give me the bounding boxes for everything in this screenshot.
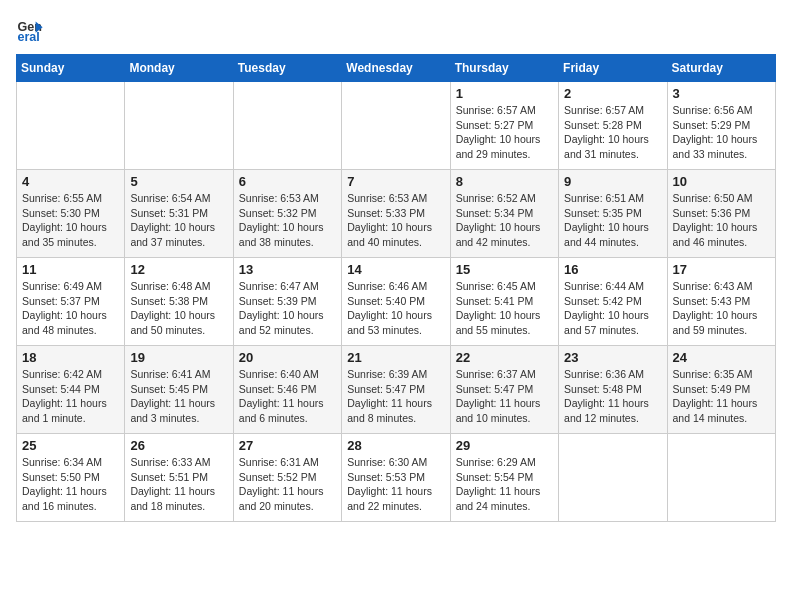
day-info: Sunrise: 6:40 AM Sunset: 5:46 PM Dayligh… bbox=[239, 367, 336, 426]
day-number: 28 bbox=[347, 438, 444, 453]
day-number: 7 bbox=[347, 174, 444, 189]
day-number: 8 bbox=[456, 174, 553, 189]
calendar-cell: 2Sunrise: 6:57 AM Sunset: 5:28 PM Daylig… bbox=[559, 82, 667, 170]
calendar-cell: 11Sunrise: 6:49 AM Sunset: 5:37 PM Dayli… bbox=[17, 258, 125, 346]
calendar-cell: 21Sunrise: 6:39 AM Sunset: 5:47 PM Dayli… bbox=[342, 346, 450, 434]
day-header-sunday: Sunday bbox=[17, 55, 125, 82]
calendar-cell: 16Sunrise: 6:44 AM Sunset: 5:42 PM Dayli… bbox=[559, 258, 667, 346]
day-number: 23 bbox=[564, 350, 661, 365]
day-header-wednesday: Wednesday bbox=[342, 55, 450, 82]
day-header-saturday: Saturday bbox=[667, 55, 775, 82]
calendar-cell: 5Sunrise: 6:54 AM Sunset: 5:31 PM Daylig… bbox=[125, 170, 233, 258]
calendar-cell: 26Sunrise: 6:33 AM Sunset: 5:51 PM Dayli… bbox=[125, 434, 233, 522]
day-info: Sunrise: 6:36 AM Sunset: 5:48 PM Dayligh… bbox=[564, 367, 661, 426]
calendar-cell: 9Sunrise: 6:51 AM Sunset: 5:35 PM Daylig… bbox=[559, 170, 667, 258]
calendar-cell bbox=[17, 82, 125, 170]
day-info: Sunrise: 6:51 AM Sunset: 5:35 PM Dayligh… bbox=[564, 191, 661, 250]
calendar-cell bbox=[667, 434, 775, 522]
day-info: Sunrise: 6:44 AM Sunset: 5:42 PM Dayligh… bbox=[564, 279, 661, 338]
day-number: 11 bbox=[22, 262, 119, 277]
day-info: Sunrise: 6:30 AM Sunset: 5:53 PM Dayligh… bbox=[347, 455, 444, 514]
day-number: 5 bbox=[130, 174, 227, 189]
day-number: 9 bbox=[564, 174, 661, 189]
day-header-tuesday: Tuesday bbox=[233, 55, 341, 82]
day-number: 13 bbox=[239, 262, 336, 277]
day-info: Sunrise: 6:49 AM Sunset: 5:37 PM Dayligh… bbox=[22, 279, 119, 338]
calendar-week-3: 11Sunrise: 6:49 AM Sunset: 5:37 PM Dayli… bbox=[17, 258, 776, 346]
day-info: Sunrise: 6:41 AM Sunset: 5:45 PM Dayligh… bbox=[130, 367, 227, 426]
day-info: Sunrise: 6:47 AM Sunset: 5:39 PM Dayligh… bbox=[239, 279, 336, 338]
day-number: 4 bbox=[22, 174, 119, 189]
day-number: 14 bbox=[347, 262, 444, 277]
day-number: 6 bbox=[239, 174, 336, 189]
day-number: 16 bbox=[564, 262, 661, 277]
day-number: 25 bbox=[22, 438, 119, 453]
logo: Gen eral bbox=[16, 16, 48, 44]
day-header-friday: Friday bbox=[559, 55, 667, 82]
calendar-cell: 22Sunrise: 6:37 AM Sunset: 5:47 PM Dayli… bbox=[450, 346, 558, 434]
calendar-cell: 28Sunrise: 6:30 AM Sunset: 5:53 PM Dayli… bbox=[342, 434, 450, 522]
header: Gen eral bbox=[16, 16, 776, 44]
calendar-cell: 8Sunrise: 6:52 AM Sunset: 5:34 PM Daylig… bbox=[450, 170, 558, 258]
day-number: 12 bbox=[130, 262, 227, 277]
logo-icon: Gen eral bbox=[16, 16, 44, 44]
calendar-cell: 13Sunrise: 6:47 AM Sunset: 5:39 PM Dayli… bbox=[233, 258, 341, 346]
day-info: Sunrise: 6:35 AM Sunset: 5:49 PM Dayligh… bbox=[673, 367, 770, 426]
day-info: Sunrise: 6:31 AM Sunset: 5:52 PM Dayligh… bbox=[239, 455, 336, 514]
day-info: Sunrise: 6:50 AM Sunset: 5:36 PM Dayligh… bbox=[673, 191, 770, 250]
day-number: 18 bbox=[22, 350, 119, 365]
calendar-week-5: 25Sunrise: 6:34 AM Sunset: 5:50 PM Dayli… bbox=[17, 434, 776, 522]
calendar-header: SundayMondayTuesdayWednesdayThursdayFrid… bbox=[17, 55, 776, 82]
calendar-cell bbox=[233, 82, 341, 170]
day-info: Sunrise: 6:53 AM Sunset: 5:32 PM Dayligh… bbox=[239, 191, 336, 250]
day-info: Sunrise: 6:54 AM Sunset: 5:31 PM Dayligh… bbox=[130, 191, 227, 250]
calendar-cell: 3Sunrise: 6:56 AM Sunset: 5:29 PM Daylig… bbox=[667, 82, 775, 170]
day-info: Sunrise: 6:39 AM Sunset: 5:47 PM Dayligh… bbox=[347, 367, 444, 426]
day-number: 19 bbox=[130, 350, 227, 365]
svg-text:eral: eral bbox=[17, 30, 39, 44]
day-info: Sunrise: 6:55 AM Sunset: 5:30 PM Dayligh… bbox=[22, 191, 119, 250]
calendar-cell: 19Sunrise: 6:41 AM Sunset: 5:45 PM Dayli… bbox=[125, 346, 233, 434]
calendar-cell: 25Sunrise: 6:34 AM Sunset: 5:50 PM Dayli… bbox=[17, 434, 125, 522]
day-info: Sunrise: 6:57 AM Sunset: 5:27 PM Dayligh… bbox=[456, 103, 553, 162]
day-info: Sunrise: 6:57 AM Sunset: 5:28 PM Dayligh… bbox=[564, 103, 661, 162]
day-info: Sunrise: 6:46 AM Sunset: 5:40 PM Dayligh… bbox=[347, 279, 444, 338]
calendar-cell: 15Sunrise: 6:45 AM Sunset: 5:41 PM Dayli… bbox=[450, 258, 558, 346]
calendar-week-2: 4Sunrise: 6:55 AM Sunset: 5:30 PM Daylig… bbox=[17, 170, 776, 258]
calendar-week-1: 1Sunrise: 6:57 AM Sunset: 5:27 PM Daylig… bbox=[17, 82, 776, 170]
calendar: SundayMondayTuesdayWednesdayThursdayFrid… bbox=[16, 54, 776, 522]
calendar-cell bbox=[559, 434, 667, 522]
calendar-cell bbox=[342, 82, 450, 170]
day-info: Sunrise: 6:34 AM Sunset: 5:50 PM Dayligh… bbox=[22, 455, 119, 514]
day-info: Sunrise: 6:42 AM Sunset: 5:44 PM Dayligh… bbox=[22, 367, 119, 426]
day-number: 24 bbox=[673, 350, 770, 365]
calendar-cell: 27Sunrise: 6:31 AM Sunset: 5:52 PM Dayli… bbox=[233, 434, 341, 522]
day-info: Sunrise: 6:48 AM Sunset: 5:38 PM Dayligh… bbox=[130, 279, 227, 338]
day-header-thursday: Thursday bbox=[450, 55, 558, 82]
day-header-monday: Monday bbox=[125, 55, 233, 82]
day-info: Sunrise: 6:43 AM Sunset: 5:43 PM Dayligh… bbox=[673, 279, 770, 338]
day-number: 10 bbox=[673, 174, 770, 189]
calendar-cell: 7Sunrise: 6:53 AM Sunset: 5:33 PM Daylig… bbox=[342, 170, 450, 258]
day-number: 15 bbox=[456, 262, 553, 277]
day-info: Sunrise: 6:45 AM Sunset: 5:41 PM Dayligh… bbox=[456, 279, 553, 338]
day-number: 17 bbox=[673, 262, 770, 277]
calendar-cell: 4Sunrise: 6:55 AM Sunset: 5:30 PM Daylig… bbox=[17, 170, 125, 258]
calendar-cell: 29Sunrise: 6:29 AM Sunset: 5:54 PM Dayli… bbox=[450, 434, 558, 522]
day-info: Sunrise: 6:33 AM Sunset: 5:51 PM Dayligh… bbox=[130, 455, 227, 514]
day-info: Sunrise: 6:56 AM Sunset: 5:29 PM Dayligh… bbox=[673, 103, 770, 162]
day-info: Sunrise: 6:52 AM Sunset: 5:34 PM Dayligh… bbox=[456, 191, 553, 250]
day-number: 1 bbox=[456, 86, 553, 101]
day-number: 21 bbox=[347, 350, 444, 365]
day-number: 20 bbox=[239, 350, 336, 365]
calendar-cell bbox=[125, 82, 233, 170]
calendar-cell: 24Sunrise: 6:35 AM Sunset: 5:49 PM Dayli… bbox=[667, 346, 775, 434]
day-number: 26 bbox=[130, 438, 227, 453]
day-info: Sunrise: 6:37 AM Sunset: 5:47 PM Dayligh… bbox=[456, 367, 553, 426]
calendar-cell: 14Sunrise: 6:46 AM Sunset: 5:40 PM Dayli… bbox=[342, 258, 450, 346]
day-number: 29 bbox=[456, 438, 553, 453]
header-row: SundayMondayTuesdayWednesdayThursdayFrid… bbox=[17, 55, 776, 82]
day-number: 3 bbox=[673, 86, 770, 101]
calendar-cell: 20Sunrise: 6:40 AM Sunset: 5:46 PM Dayli… bbox=[233, 346, 341, 434]
calendar-body: 1Sunrise: 6:57 AM Sunset: 5:27 PM Daylig… bbox=[17, 82, 776, 522]
